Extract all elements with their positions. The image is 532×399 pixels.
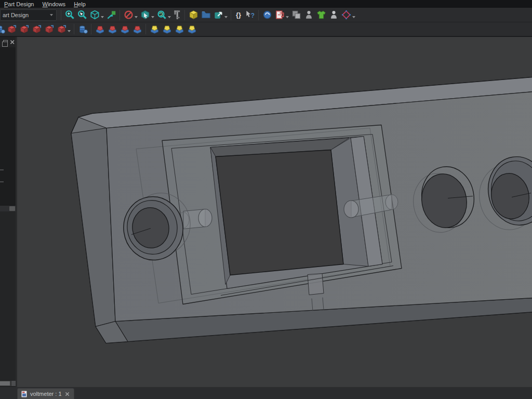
groove-button[interactable] — [131, 23, 143, 35]
person-button[interactable] — [302, 9, 315, 21]
fit-all-button[interactable] — [63, 9, 76, 21]
menu-help[interactable]: Help — [71, 1, 90, 8]
clipboard-icon — [275, 10, 285, 20]
mesh-button[interactable] — [290, 9, 302, 21]
workbench-selector[interactable]: art Design — [0, 9, 57, 21]
thickness-button[interactable] — [185, 23, 198, 35]
tree-item-fragment — [0, 169, 4, 170]
zoom-refresh-button[interactable] — [155, 9, 168, 21]
measure-button[interactable] — [172, 9, 182, 21]
datum-point-button[interactable] — [5, 23, 18, 35]
thickness-icon — [187, 24, 197, 34]
pocket-icon — [108, 24, 117, 34]
chevron-down-icon[interactable] — [352, 16, 355, 18]
tree-horizontal-scrollbar[interactable] — [0, 206, 16, 211]
toolbar-separator — [61, 10, 61, 20]
display-cutout[interactable] — [216, 150, 343, 275]
scrollbar-handle[interactable] — [9, 206, 15, 211]
left-dock-panel — [0, 37, 16, 387]
update-button[interactable] — [261, 9, 273, 21]
body-icon — [0, 24, 5, 34]
scrollbar-button[interactable] — [11, 381, 16, 386]
property-scrollbar[interactable] — [0, 381, 16, 386]
toolbar-separator — [231, 10, 231, 20]
datum-plane-button[interactable] — [30, 23, 43, 35]
close-icon[interactable] — [65, 392, 70, 396]
toolbar-separator — [91, 24, 91, 34]
chevron-down-icon[interactable] — [224, 16, 228, 18]
paste-style-button[interactable] — [273, 9, 286, 21]
person-alt-icon — [329, 10, 339, 20]
draw-style-icon — [124, 10, 134, 20]
expression-button[interactable]: {} — [233, 9, 244, 21]
property-panel[interactable] — [0, 211, 16, 381]
person-alt-button[interactable] — [327, 9, 340, 21]
datum-point-icon — [7, 24, 17, 34]
fillet-button[interactable] — [148, 23, 161, 35]
axonometric-view-button[interactable] — [88, 9, 101, 21]
pad-icon — [95, 24, 105, 34]
toolbar-separator — [258, 10, 259, 20]
revolution-button[interactable] — [118, 23, 131, 35]
navigation-style-button[interactable] — [340, 9, 352, 21]
blue-disc-icon — [262, 10, 272, 20]
tree-item-fragment — [0, 181, 4, 182]
model-tree-panel[interactable] — [0, 47, 16, 206]
fit-all-icon — [65, 10, 75, 20]
scrollbar-handle[interactable] — [0, 381, 10, 385]
create-part-button[interactable] — [187, 9, 200, 21]
zoom-refresh-icon — [157, 10, 167, 20]
close-icon[interactable] — [10, 39, 15, 45]
create-group-button[interactable] — [200, 9, 212, 21]
navigation-diamond-icon — [341, 10, 351, 20]
datum-line-button[interactable] — [18, 23, 30, 35]
zoom-selection-flag-icon — [107, 10, 116, 20]
whats-this-button[interactable] — [244, 9, 256, 21]
chevron-down-icon[interactable] — [286, 16, 289, 18]
freecad-window: Part Design Windows Help art Design {} — [0, 0, 532, 399]
chamfer-button[interactable] — [161, 23, 173, 35]
appearance-button[interactable] — [315, 9, 327, 21]
toolbar-separator — [145, 24, 146, 34]
draw-style-button[interactable] — [122, 9, 135, 21]
datum-dropdown-button[interactable] — [55, 23, 68, 35]
boxes-icon — [291, 10, 301, 20]
document-tab-label: voltmeter : 1 — [30, 391, 62, 397]
float-panel-icon[interactable] — [3, 40, 8, 44]
toolbar-separator — [119, 10, 120, 20]
chevron-down-icon[interactable] — [135, 16, 138, 18]
3d-viewport[interactable] — [17, 37, 532, 387]
pocket-button[interactable] — [106, 23, 118, 35]
chevron-down-icon[interactable] — [168, 16, 171, 18]
datum-plane-icon — [32, 24, 42, 34]
zoom-to-selection-button[interactable] — [105, 9, 117, 21]
datum-line-icon — [19, 24, 29, 34]
toolbar-separator — [184, 10, 185, 20]
display-bottom-tab — [308, 274, 324, 295]
chevron-down-icon[interactable] — [151, 16, 154, 18]
fillet-icon — [150, 24, 159, 34]
boolean-button[interactable] — [76, 23, 89, 35]
fit-selection-button[interactable] — [76, 9, 88, 21]
toolbar-view: art Design {} — [0, 8, 532, 22]
draft-icon — [175, 24, 184, 34]
menu-part-design[interactable]: Part Design — [1, 1, 38, 8]
chevron-down-icon[interactable] — [101, 16, 104, 18]
local-cs-button[interactable] — [43, 23, 55, 35]
link-arrow-icon — [214, 10, 223, 20]
draft-button[interactable] — [173, 23, 185, 35]
3d-model-voltmeter-panel[interactable] — [17, 37, 532, 387]
document-tab-bar: voltmeter : 1 — [0, 387, 532, 399]
document-icon — [21, 391, 27, 397]
chevron-down-icon[interactable] — [68, 30, 71, 32]
dock-titlebar — [0, 37, 16, 46]
groove-icon — [132, 24, 142, 34]
axonometric-cube-icon — [90, 10, 100, 20]
document-tab[interactable]: voltmeter : 1 — [17, 388, 74, 399]
selection-cube-icon — [140, 10, 150, 20]
create-link-button[interactable] — [212, 9, 224, 21]
pad-button[interactable] — [94, 23, 106, 35]
selection-view-button[interactable] — [139, 9, 151, 21]
create-body-button[interactable] — [0, 23, 5, 35]
menu-windows[interactable]: Windows — [39, 1, 70, 8]
